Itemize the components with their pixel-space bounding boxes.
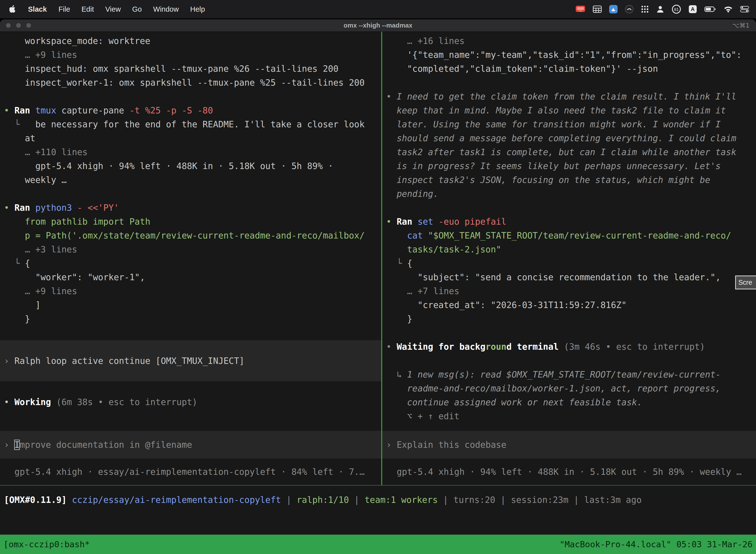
input-source-icon[interactable]: A (689, 5, 697, 13)
screen-recording-icon[interactable] (575, 5, 585, 13)
right-pane-statusline: gpt-5.4 xhigh · 94% left · 488K in · 5.1… (382, 465, 756, 479)
left-steering-box[interactable]: › Ralph loop active continue [OMX_TMUX_I… (0, 340, 381, 381)
menu-edit[interactable]: Edit (76, 5, 100, 13)
left-steering-text: › Ralph loop active continue [OMX_TMUX_I… (0, 354, 244, 368)
apple-menu-icon[interactable] (7, 5, 22, 13)
right-transcript: … +16 lines '{"team_name":"my-team","tas… (382, 34, 756, 423)
left-composer-placeholder: › Improve documentation in @filename (0, 438, 192, 452)
terminal-window: omx --xhigh --madmax ⌥⌘1 workspace_mode:… (0, 19, 756, 554)
tmux-host-clock: "MacBook-Pro-44.local" 05:03 31-Mar-26 (560, 535, 753, 554)
dark-app-icon[interactable] (625, 5, 633, 13)
left-composer-input[interactable]: › Improve documentation in @filename (0, 431, 381, 458)
right-composer-input[interactable]: › Explain this codebase (382, 431, 756, 458)
menu-go[interactable]: Go (126, 5, 147, 13)
terminal-content: workspace_mode: worktree … +9 lines insp… (0, 32, 756, 535)
input-source-letter: A (691, 6, 694, 12)
battery-percentage-badge-icon[interactable]: 61 (672, 4, 681, 14)
window-shortcut-badge: ⌥⌘1 (732, 22, 756, 29)
apple-logo-icon (9, 5, 16, 13)
dots-grid-icon[interactable] (641, 5, 649, 13)
tmux-horizontal-divider (0, 485, 756, 486)
menu-bar: Slack File Edit View Go Window Help 61 A (0, 0, 756, 18)
left-pane-statusline: gpt-5.4 xhigh · essay/ai-reimplementatio… (0, 465, 381, 479)
tmux-panes: workspace_mode: worktree … +9 lines insp… (0, 32, 756, 485)
tmux-pane-worker: workspace_mode: worktree … +9 lines insp… (0, 32, 381, 485)
screen-share-popover[interactable]: Scre (735, 276, 756, 289)
app-menu-slack[interactable]: Slack (22, 5, 53, 13)
left-transcript: workspace_mode: worktree … +9 lines insp… (0, 34, 381, 326)
tmux-session-label: [omx-cczip0:bash* (3, 535, 90, 554)
blue-app-icon[interactable] (609, 5, 618, 13)
tmux-pane-inspect: … +16 lines '{"team_name":"my-team","tas… (382, 32, 756, 485)
left-working-status: • Working (6m 38s • esc to interrupt) (0, 395, 381, 409)
menu-file[interactable]: File (53, 5, 76, 13)
menu-view[interactable]: View (100, 5, 126, 13)
table-grid-icon[interactable] (593, 5, 602, 13)
wifi-icon[interactable] (724, 6, 733, 13)
person-icon[interactable] (656, 5, 664, 13)
badge-61-value: 61 (674, 7, 679, 12)
menu-bar-status-icons: 61 A (575, 4, 749, 14)
menu-bar-app-menus: Slack File Edit View Go Window Help (7, 5, 210, 13)
tmux-status-bar: [omx-cczip0:bash* "MacBook-Pro-44.local"… (0, 535, 756, 554)
omx-hud-statusline: [OMX#0.11.9] cczip/essay/ai-reimplementa… (0, 493, 756, 507)
menu-help[interactable]: Help (185, 5, 211, 13)
battery-icon[interactable] (704, 6, 716, 12)
window-title: omx --xhigh --madmax (0, 21, 756, 29)
menu-window[interactable]: Window (147, 5, 185, 13)
control-center-icon[interactable] (740, 6, 749, 13)
right-composer-placeholder: › Explain this codebase (382, 438, 506, 452)
window-title-bar[interactable]: omx --xhigh --madmax ⌥⌘1 (0, 19, 756, 32)
